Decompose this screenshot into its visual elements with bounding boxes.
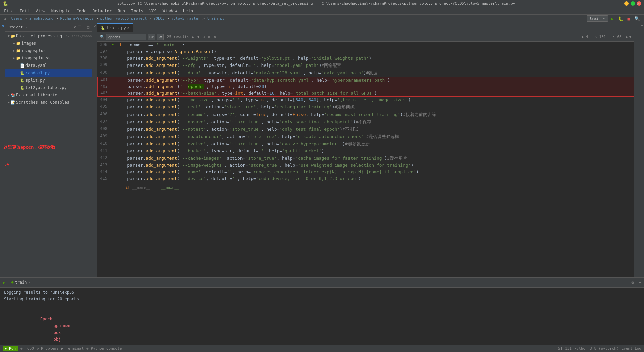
menu-item-vcs[interactable]: VCS: [147, 8, 159, 14]
tree-item-scratches[interactable]: ▶ 📝 Scratches and Consoles: [5, 99, 92, 106]
status-problems[interactable]: ⊘ Problems: [37, 346, 59, 351]
run-line-397[interactable]: [110, 48, 115, 49]
search-filter-button[interactable]: ⊞: [207, 34, 212, 39]
code-line-407: 407 parser.add_argument('--nosave', acti…: [97, 118, 634, 126]
scroll-down-button[interactable]: ▼: [629, 35, 631, 39]
console-output: Logging results to runs\exp55 Starting t…: [0, 288, 644, 345]
run-line-399[interactable]: [110, 62, 115, 62]
project-view-icon[interactable]: P: [1, 25, 4, 27]
status-event-log[interactable]: Event Log: [621, 346, 641, 351]
run-line-404[interactable]: [110, 97, 115, 97]
run-line-403[interactable]: [110, 90, 116, 91]
run-button[interactable]: ▶: [609, 16, 615, 21]
nav-icon-home[interactable]: ⌂: [3, 16, 7, 21]
tab-train-py[interactable]: 🐍 train.py ×: [97, 23, 133, 32]
layout-icon[interactable]: ☰: [78, 25, 82, 30]
search-next-button[interactable]: ▼: [196, 34, 201, 39]
search-close-button[interactable]: ×: [213, 34, 217, 39]
run-config-dropdown[interactable]: train ▾: [587, 15, 608, 22]
run-line-407[interactable]: [110, 118, 115, 119]
search-results-count: 25 results: [167, 35, 189, 39]
status-python-version[interactable]: Python 3.8 (pytorch): [574, 346, 619, 351]
debug-button[interactable]: 🐛: [616, 16, 625, 21]
run-line-410[interactable]: [110, 140, 115, 141]
run-line-412[interactable]: [110, 155, 115, 155]
run-line-406[interactable]: [110, 111, 115, 112]
breadcrumb-users[interactable]: Users: [11, 16, 22, 21]
tree-arrow-root: ▼: [7, 34, 11, 38]
gear-icon[interactable]: ⚙: [74, 25, 77, 30]
run-line-400[interactable]: [110, 69, 115, 70]
menu-item-window[interactable]: Window: [160, 8, 180, 14]
run-line-396[interactable]: ▶: [110, 42, 115, 46]
breadcrumb-user[interactable]: zhaohaobing: [29, 16, 54, 21]
tree-label-txt2yolo: txt2yolo_label.py: [25, 85, 67, 90]
structure-icon[interactable]: S: [93, 25, 96, 27]
breadcrumb-master[interactable]: yolov5-master: [171, 16, 200, 21]
menu-item-navigate[interactable]: Navigate: [49, 8, 73, 14]
search-whole-word-button[interactable]: W: [157, 34, 163, 40]
menu-item-help[interactable]: Help: [180, 8, 196, 14]
menu-item-file[interactable]: File: [1, 8, 16, 14]
maximize-button[interactable]: □: [631, 1, 635, 6]
tree-item-random1[interactable]: 🐍 random1.py: [5, 69, 92, 77]
run-line-409[interactable]: [110, 133, 115, 134]
close-button[interactable]: ×: [637, 1, 641, 6]
search-everywhere-button[interactable]: 🔍: [633, 16, 641, 21]
status-run-button[interactable]: ▶ Run: [3, 346, 18, 351]
breadcrumb-projects[interactable]: PycharmProjects: [60, 16, 93, 21]
expand-icon[interactable]: □: [87, 25, 90, 30]
search-match-case-button[interactable]: Cc: [148, 34, 155, 40]
status-terminal[interactable]: ▶ Terminal: [61, 346, 84, 351]
menu-item-edit[interactable]: Edit: [17, 8, 32, 14]
stop-button[interactable]: ■: [626, 16, 632, 21]
settings-icon-bottom[interactable]: ⚙: [631, 280, 634, 285]
scroll-up-button[interactable]: ▲: [626, 35, 628, 39]
tree-item-split[interactable]: 🐍 split.py: [5, 77, 92, 84]
tree-item-imagesplus[interactable]: ▶ 📁 imagesplus: [5, 47, 92, 54]
run-line-398[interactable]: [110, 55, 115, 56]
run-line-402[interactable]: [110, 83, 116, 84]
line-num-413: 413: [97, 162, 110, 167]
tab-close-button[interactable]: ×: [127, 26, 129, 30]
run-line-405[interactable]: [110, 103, 115, 104]
run-line-415[interactable]: [110, 175, 115, 176]
breadcrumb-file[interactable]: train.py: [207, 16, 225, 21]
run-line-401[interactable]: [110, 77, 116, 78]
window-controls[interactable]: − □ ×: [624, 1, 641, 6]
run-line-414[interactable]: [110, 169, 115, 169]
tree-item-txt2yolo[interactable]: 🐍 txt2yolo_label.py: [5, 84, 92, 91]
breadcrumb-project[interactable]: python-yolov5-project: [100, 16, 147, 21]
tree-item-imagesplusss[interactable]: ▶ 📁 imagesplusss: [5, 54, 92, 62]
menu-item-run[interactable]: Run: [115, 8, 128, 14]
run-line-413[interactable]: [110, 162, 115, 163]
tree-item-root[interactable]: ▼ 📁 Data_set_processing C:\Users\zhaohao…: [5, 32, 92, 40]
search-bar: 🔍 Cc W 25 results ▲ ▼ ⊟ ⊞ × ▲ 4 ⚠ 101 ✗ …: [97, 32, 634, 42]
tree-item-external-libs[interactable]: ▶ 📚 External Libraries: [5, 91, 92, 99]
bottom-tab-run[interactable]: ● train ×: [8, 278, 34, 287]
status-todo[interactable]: ⊘ TODO: [20, 346, 34, 351]
minimize-button[interactable]: −: [624, 1, 629, 6]
tree-item-images[interactable]: ▶ 📁 images: [5, 40, 92, 47]
menu-item-tools[interactable]: Tools: [128, 8, 146, 14]
line-content-397: parser = argparse.ArgumentParser(): [115, 48, 634, 55]
search-options-button[interactable]: ⊟: [202, 34, 206, 39]
status-cursor-pos[interactable]: 51:131: [558, 346, 572, 351]
run-tab-close[interactable]: ×: [29, 280, 31, 284]
search-prev-button[interactable]: ▲: [191, 34, 195, 39]
menu-item-refactor[interactable]: Refactor: [90, 8, 114, 14]
status-python-console[interactable]: ⊘ Python Console: [86, 346, 122, 351]
tree-item-datayaml[interactable]: 📄 data.yaml: [5, 62, 92, 69]
run-line-411[interactable]: [110, 148, 115, 148]
close-panel-icon[interactable]: −: [83, 25, 86, 30]
line-content-401: parser.add_argument('--hyp', type=str, d…: [116, 77, 634, 83]
run-line-408[interactable]: [110, 126, 115, 126]
run-green-icon[interactable]: ▶: [3, 280, 5, 285]
tree-label-datayaml: data.yaml: [25, 63, 47, 68]
minimize-bottom-icon[interactable]: −: [639, 280, 641, 285]
breadcrumb-yolo5[interactable]: YOLO5: [154, 16, 165, 21]
search-input[interactable]: [106, 34, 146, 40]
menu-item-code[interactable]: Code: [74, 8, 89, 14]
menu-item-view[interactable]: View: [33, 8, 48, 14]
favorites-icon[interactable]: F: [640, 24, 643, 26]
